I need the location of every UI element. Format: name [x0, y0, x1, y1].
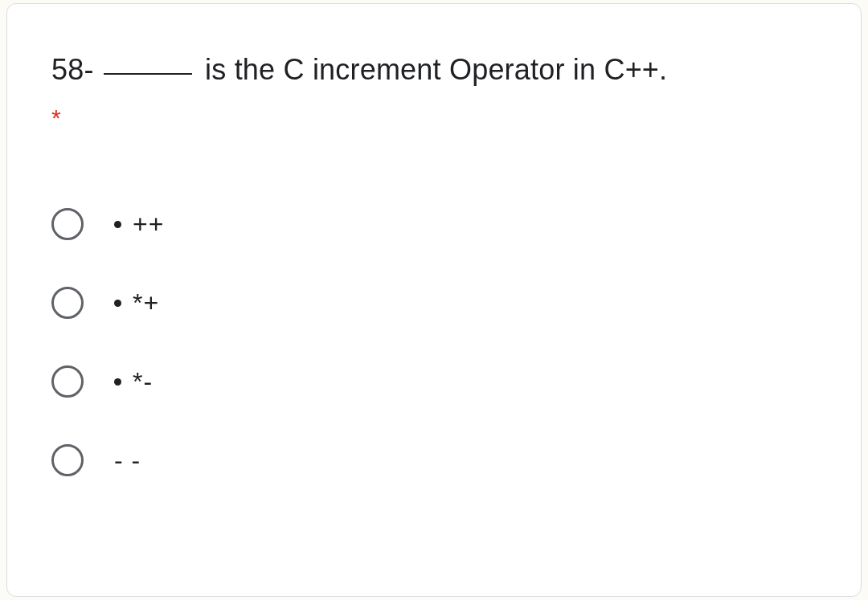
option-row[interactable]: - -	[51, 444, 817, 476]
option-row[interactable]: ++	[51, 208, 817, 240]
option-label: ++	[133, 210, 164, 239]
blank-line	[104, 73, 192, 75]
option-row[interactable]: *+	[51, 287, 817, 319]
radio-icon[interactable]	[51, 444, 84, 476]
bullet-icon	[114, 300, 121, 307]
question-card: 58- is the C increment Operator in C++. …	[6, 3, 862, 597]
bullet-icon	[114, 221, 121, 228]
radio-icon[interactable]	[51, 287, 84, 319]
options-list: ++ *+ *- - -	[51, 208, 817, 476]
required-marker: *	[51, 100, 817, 136]
radio-icon[interactable]	[51, 365, 84, 398]
question-prefix: 58-	[51, 53, 102, 86]
option-row[interactable]: *-	[51, 365, 817, 398]
question-suffix: is the C increment Operator in C++.	[197, 53, 667, 86]
question-text: 58- is the C increment Operator in C++. …	[51, 48, 817, 136]
option-label: *-	[133, 367, 153, 397]
option-label: *+	[133, 288, 159, 318]
option-label: - -	[114, 446, 141, 476]
bullet-icon	[114, 378, 121, 386]
radio-icon[interactable]	[51, 208, 84, 240]
